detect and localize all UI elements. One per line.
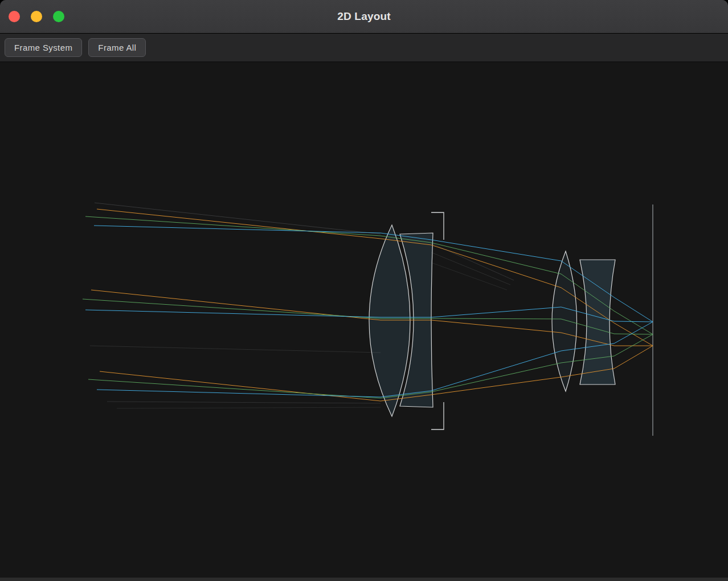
zoom-button[interactable] <box>53 11 64 22</box>
toolbar: Frame System Frame All <box>0 34 728 62</box>
traffic-lights <box>9 11 64 22</box>
layout-viewport[interactable] <box>0 62 728 578</box>
minimize-button[interactable] <box>31 11 42 22</box>
title-bar: 2D Layout <box>0 0 728 34</box>
window-bottom-edge <box>0 578 728 581</box>
close-button[interactable] <box>9 11 20 22</box>
frame-all-button[interactable]: Frame All <box>88 38 146 57</box>
ray-13 <box>90 346 381 353</box>
lens-relay-biconcave-element <box>580 260 615 384</box>
ray-15 <box>117 407 381 408</box>
lens-relay-biconvex-element <box>552 251 577 391</box>
ray-14 <box>107 402 381 403</box>
ray-10 <box>431 243 514 280</box>
ray-11 <box>431 252 510 285</box>
optical-layout-svg <box>0 62 728 578</box>
frame-system-button[interactable]: Frame System <box>5 38 82 57</box>
ray-12 <box>431 263 507 290</box>
app-window: 2D Layout Frame System Frame All <box>0 0 728 581</box>
lens-doublet-front-element <box>369 225 410 416</box>
window-title: 2D Layout <box>0 10 728 23</box>
